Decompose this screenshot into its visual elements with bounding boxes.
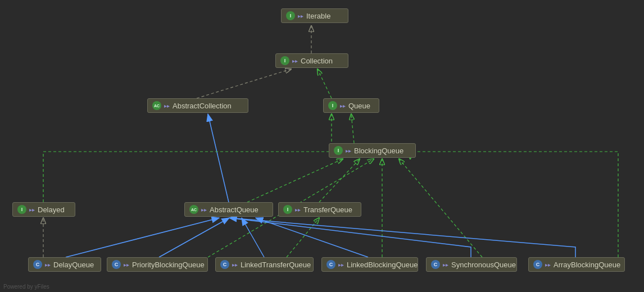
badge-queue: I: [328, 101, 337, 110]
label-abstractqueue: AbstractQueue: [210, 206, 258, 214]
svg-line-13: [319, 159, 360, 202]
icon-priorityblockingqueue: ▸▸: [124, 262, 129, 268]
node-arrayblockingqueue[interactable]: C ▸▸ ArrayBlockingQueue: [528, 257, 625, 272]
badge-collection: I: [280, 56, 289, 65]
svg-line-10: [351, 114, 354, 143]
label-delayed: Delayed: [38, 206, 65, 214]
diagram-canvas: I ▸▸ Iterable I ▸▸ Collection AC ▸▸ Abst…: [0, 0, 644, 292]
svg-line-20: [256, 218, 368, 257]
node-transferqueue[interactable]: I ▸▸ TransferQueue: [278, 202, 361, 217]
node-abstractcollection[interactable]: AC ▸▸ AbstractCollection: [147, 98, 248, 113]
badge-abstractcollection: AC: [152, 101, 161, 110]
connection-lines: [0, 0, 644, 292]
icon-linkedtransferqueue: ▸▸: [232, 262, 238, 268]
label-linkedblockingqueue: LinkedBlockingQueue: [347, 261, 418, 269]
svg-line-16: [159, 218, 229, 257]
icon-linkedblockingqueue: ▸▸: [338, 262, 344, 268]
icon-abstractqueue: ▸▸: [201, 207, 207, 213]
label-priorityblockingqueue: PriorityBlockingQueue: [132, 261, 205, 269]
svg-line-22: [399, 159, 482, 257]
badge-iterable: I: [286, 11, 295, 20]
icon-collection: ▸▸: [292, 58, 298, 64]
icon-delayed: ▸▸: [29, 207, 35, 213]
badge-transferqueue: I: [283, 205, 292, 214]
badge-blockingqueue: I: [334, 146, 343, 155]
label-collection: Collection: [301, 57, 333, 65]
label-delayqueue: DelayQueue: [53, 261, 94, 269]
node-delayqueue[interactable]: C ▸▸ DelayQueue: [28, 257, 101, 272]
label-transferqueue: TransferQueue: [303, 206, 352, 214]
icon-queue: ▸▸: [340, 103, 346, 109]
label-arrayblockingqueue: ArrayBlockingQueue: [554, 261, 620, 269]
node-linkedblockingqueue[interactable]: C ▸▸ LinkedBlockingQueue: [321, 257, 418, 272]
node-synchronousqueue[interactable]: C ▸▸ SynchronousQueue: [426, 257, 517, 272]
icon-arrayblockingqueue: ▸▸: [545, 262, 551, 268]
icon-transferqueue: ▸▸: [295, 207, 301, 213]
icon-synchronousqueue: ▸▸: [443, 262, 448, 268]
svg-line-19: [287, 218, 319, 257]
svg-line-9: [318, 69, 332, 98]
badge-abstractqueue: AC: [189, 205, 198, 214]
label-blockingqueue: BlockingQueue: [354, 147, 403, 155]
badge-delayed: I: [17, 205, 26, 214]
badge-linkedblockingqueue: C: [326, 260, 335, 269]
watermark: Powered by yFiles: [3, 284, 49, 290]
node-priorityblockingqueue[interactable]: C ▸▸ PriorityBlockingQueue: [107, 257, 208, 272]
node-blockingqueue[interactable]: I ▸▸ BlockingQueue: [329, 143, 416, 158]
badge-delayqueue: C: [33, 260, 42, 269]
node-queue[interactable]: I ▸▸ Queue: [323, 98, 379, 113]
label-synchronousqueue: SynchronousQueue: [451, 261, 516, 269]
badge-priorityblockingqueue: C: [112, 260, 121, 269]
label-linkedtransferqueue: LinkedTransferQueue: [241, 261, 311, 269]
node-collection[interactable]: I ▸▸ Collection: [275, 53, 348, 68]
icon-delayqueue: ▸▸: [45, 262, 51, 268]
svg-line-14: [66, 218, 219, 257]
svg-line-8: [197, 69, 291, 98]
node-abstractqueue[interactable]: AC ▸▸ AbstractQueue: [184, 202, 273, 217]
icon-abstractcollection: ▸▸: [164, 103, 170, 109]
badge-linkedtransferqueue: C: [220, 260, 229, 269]
label-abstractcollection: AbstractCollection: [173, 102, 232, 110]
badge-synchronousqueue: C: [431, 260, 440, 269]
svg-line-12: [247, 159, 343, 202]
node-delayed[interactable]: I ▸▸ Delayed: [12, 202, 75, 217]
svg-line-11: [208, 114, 229, 202]
icon-iterable: ▸▸: [298, 13, 303, 19]
node-iterable[interactable]: I ▸▸ Iterable: [281, 8, 348, 23]
icon-blockingqueue: ▸▸: [346, 148, 351, 154]
label-queue: Queue: [348, 102, 370, 110]
svg-line-18: [242, 218, 264, 257]
label-iterable: Iterable: [306, 12, 330, 20]
node-linkedtransferqueue[interactable]: C ▸▸ LinkedTransferQueue: [215, 257, 314, 272]
badge-arrayblockingqueue: C: [533, 260, 542, 269]
